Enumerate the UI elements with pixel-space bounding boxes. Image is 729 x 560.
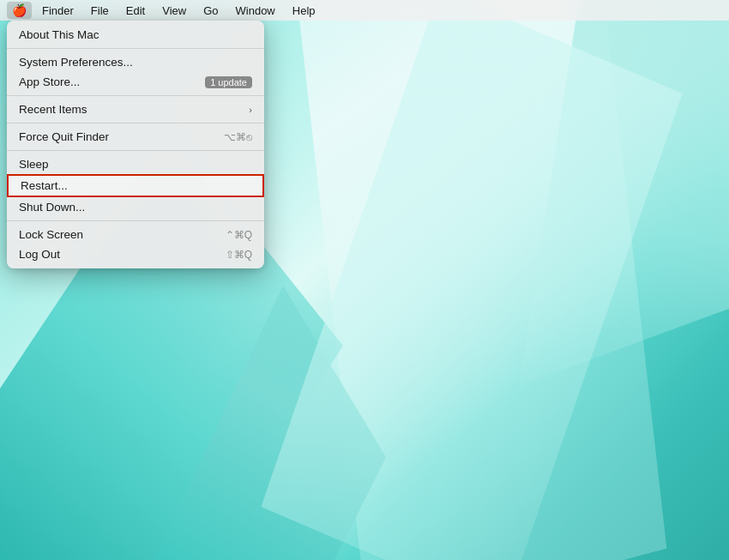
menu-item-lock-screen[interactable]: Lock Screen ⌃⌘Q (7, 225, 264, 244)
apple-menu-trigger[interactable]: 🍎 (7, 2, 32, 19)
separator-5 (7, 220, 264, 221)
menu-item-app-store-right: 1 update (205, 76, 252, 88)
menu-item-restart-label: Restart... (21, 179, 68, 192)
menu-item-system-prefs[interactable]: System Preferences... (7, 52, 264, 72)
menu-item-system-prefs-label: System Preferences... (19, 56, 133, 69)
separator-3 (7, 123, 264, 123)
separator-2 (7, 95, 264, 96)
menu-item-about-label: About This Mac (19, 28, 99, 41)
menu-item-recent-items-right: › (249, 105, 252, 115)
file-menu[interactable]: File (84, 3, 116, 19)
menu-item-force-quit[interactable]: Force Quit Finder ⌥⌘⎋ (7, 127, 264, 147)
edit-menu[interactable]: Edit (119, 3, 152, 19)
app-store-badge: 1 update (205, 76, 252, 88)
menu-item-force-quit-label: Force Quit Finder (19, 130, 109, 143)
finder-menu[interactable]: Finder (35, 3, 81, 19)
menu-item-recent-items[interactable]: Recent Items › (7, 99, 264, 119)
menu-item-logout-label: Log Out (19, 248, 60, 261)
menu-item-lock-screen-shortcut: ⌃⌘Q (226, 229, 252, 241)
apple-dropdown-menu: About This Mac System Preferences... App… (7, 21, 264, 268)
menu-item-app-store[interactable]: App Store... 1 update (7, 72, 264, 92)
separator-4 (7, 150, 264, 151)
menu-item-shutdown[interactable]: Shut Down... (7, 197, 264, 217)
separator-1 (7, 48, 264, 49)
menu-item-lock-screen-label: Lock Screen (19, 228, 83, 241)
menu-item-force-quit-shortcut: ⌥⌘⎋ (224, 131, 252, 143)
window-menu[interactable]: Window (229, 3, 282, 19)
chevron-right-icon: › (249, 105, 252, 115)
menu-item-recent-items-label: Recent Items (19, 103, 87, 116)
menu-item-shutdown-label: Shut Down... (19, 201, 85, 214)
menu-item-logout-shortcut: ⇧⌘Q (226, 249, 252, 261)
menu-item-logout[interactable]: Log Out ⇧⌘Q (7, 244, 264, 264)
help-menu[interactable]: Help (286, 3, 322, 19)
wallpaper-leaf-3 (429, 0, 729, 386)
menu-bar: 🍎 Finder File Edit View Go Window Help (0, 0, 729, 21)
menu-item-about[interactable]: About This Mac (7, 25, 264, 45)
menu-item-sleep[interactable]: Sleep (7, 154, 264, 174)
view-menu[interactable]: View (155, 3, 193, 19)
menu-item-app-store-label: App Store... (19, 75, 80, 88)
go-menu[interactable]: Go (196, 3, 225, 19)
menu-item-restart[interactable]: Restart... (7, 174, 264, 197)
menu-item-sleep-label: Sleep (19, 158, 49, 171)
